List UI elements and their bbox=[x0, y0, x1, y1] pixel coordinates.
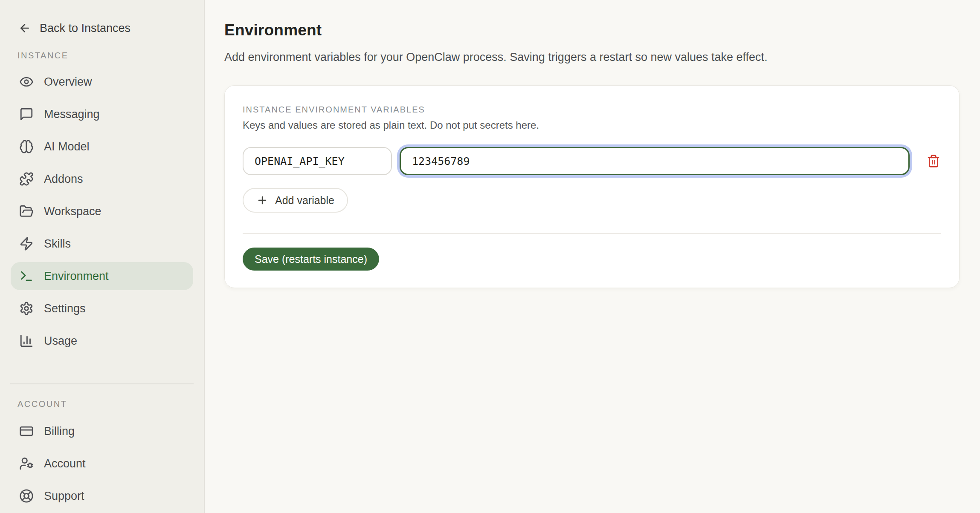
save-button[interactable]: Save (restarts instance) bbox=[243, 248, 379, 271]
sidebar: Back to Instances INSTANCE Overview Mess… bbox=[0, 0, 205, 513]
sidebar-item-label: Skills bbox=[44, 237, 71, 251]
page-subtitle: Add environment variables for your OpenC… bbox=[224, 50, 960, 64]
card-description: Keys and values are stored as plain text… bbox=[243, 119, 941, 132]
env-vars-card: INSTANCE ENVIRONMENT VARIABLES Keys and … bbox=[224, 85, 960, 288]
sidebar-item-label: Overview bbox=[44, 75, 92, 89]
card-section-label: INSTANCE ENVIRONMENT VARIABLES bbox=[243, 104, 941, 115]
sidebar-item-label: Environment bbox=[44, 270, 109, 283]
sidebar-item-label: Support bbox=[44, 490, 84, 503]
message-square-icon bbox=[19, 107, 34, 121]
sidebar-item-label: Billing bbox=[44, 425, 75, 438]
arrow-left-icon bbox=[18, 22, 31, 35]
sidebar-item-skills[interactable]: Skills bbox=[11, 228, 193, 260]
sidebar-section-label-instance: INSTANCE bbox=[10, 50, 194, 61]
sidebar-item-label: AI Model bbox=[44, 140, 90, 153]
credit-card-icon bbox=[19, 424, 34, 438]
brain-icon bbox=[19, 139, 34, 154]
sidebar-item-addons[interactable]: Addons bbox=[11, 163, 193, 195]
sidebar-item-support[interactable]: Support bbox=[11, 480, 193, 512]
sidebar-item-usage[interactable]: Usage bbox=[11, 325, 193, 357]
life-buoy-icon bbox=[19, 489, 34, 503]
trash-icon bbox=[927, 154, 940, 168]
sidebar-divider bbox=[10, 383, 194, 384]
folder-open-icon bbox=[19, 204, 34, 219]
sidebar-item-account[interactable]: Account bbox=[11, 447, 193, 480]
puzzle-icon bbox=[19, 172, 34, 186]
delete-variable-button[interactable] bbox=[926, 153, 941, 169]
sidebar-item-environment[interactable]: Environment bbox=[11, 262, 193, 290]
gear-icon bbox=[19, 301, 34, 316]
sidebar-item-overview[interactable]: Overview bbox=[11, 66, 193, 98]
page-title: Environment bbox=[224, 21, 960, 39]
sidebar-item-workspace[interactable]: Workspace bbox=[11, 195, 193, 228]
plus-icon bbox=[256, 194, 268, 206]
env-var-row bbox=[243, 147, 941, 175]
sidebar-item-label: Account bbox=[44, 457, 86, 470]
sidebar-item-label: Settings bbox=[44, 302, 86, 315]
sidebar-item-label: Usage bbox=[44, 334, 77, 348]
main-content: Environment Add environment variables fo… bbox=[205, 0, 980, 513]
sidebar-item-settings[interactable]: Settings bbox=[11, 292, 193, 325]
sidebar-item-billing[interactable]: Billing bbox=[11, 415, 193, 447]
back-to-instances-label: Back to Instances bbox=[40, 22, 130, 35]
sidebar-item-label: Workspace bbox=[44, 205, 101, 218]
add-variable-button[interactable]: Add variable bbox=[243, 188, 348, 213]
zap-icon bbox=[19, 236, 34, 251]
bar-chart-icon bbox=[19, 334, 34, 348]
user-gear-icon bbox=[19, 456, 34, 471]
sidebar-item-label: Messaging bbox=[44, 108, 100, 121]
add-variable-label: Add variable bbox=[275, 194, 334, 207]
env-value-input[interactable] bbox=[400, 147, 910, 175]
sidebar-item-ai-model[interactable]: AI Model bbox=[11, 130, 193, 163]
card-divider bbox=[243, 233, 941, 234]
sidebar-item-messaging[interactable]: Messaging bbox=[11, 98, 193, 130]
eye-icon bbox=[19, 75, 34, 89]
sidebar-nav-instance: Overview Messaging AI Model Addons Works… bbox=[11, 66, 193, 357]
back-to-instances-button[interactable]: Back to Instances bbox=[10, 19, 194, 37]
terminal-icon bbox=[19, 269, 34, 283]
env-key-input[interactable] bbox=[243, 147, 392, 175]
sidebar-section-label-account: ACCOUNT bbox=[10, 399, 194, 409]
sidebar-nav-account: Billing Account Support bbox=[11, 415, 193, 512]
sidebar-item-label: Addons bbox=[44, 173, 83, 186]
